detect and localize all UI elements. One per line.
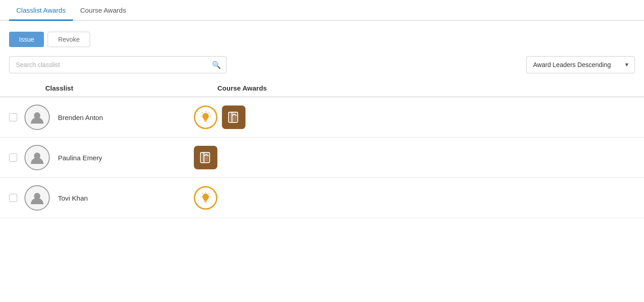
course-awards-column-header: Course Awards bbox=[217, 84, 267, 92]
svg-rect-11 bbox=[202, 153, 208, 162]
sort-wrapper: Award Leaders Descending Award Leaders A… bbox=[526, 56, 635, 73]
awards-col bbox=[194, 105, 245, 129]
avatar bbox=[24, 145, 50, 170]
svg-rect-3 bbox=[205, 121, 207, 122]
issue-button[interactable]: Issue bbox=[9, 32, 44, 47]
row-checkbox[interactable] bbox=[9, 194, 17, 202]
table-row: Paulina Emery bbox=[0, 138, 644, 178]
awards-col bbox=[194, 146, 217, 169]
lightbulb-award-icon bbox=[194, 186, 217, 210]
student-name: Brenden Anton bbox=[58, 114, 194, 121]
svg-line-5 bbox=[202, 113, 202, 113]
svg-line-18 bbox=[209, 193, 209, 194]
row-checkbox[interactable] bbox=[9, 113, 17, 121]
search-icon: 🔍 bbox=[212, 61, 221, 69]
avatar bbox=[24, 105, 50, 130]
svg-rect-15 bbox=[205, 202, 207, 202]
student-list: Brenden Anton Paulina Emery bbox=[0, 97, 644, 218]
classlist-column-header: Classlist bbox=[9, 84, 217, 92]
tab-classlist-awards[interactable]: Classlist Awards bbox=[9, 0, 73, 21]
table-row: Brenden Anton bbox=[0, 97, 644, 138]
sort-select[interactable]: Award Leaders Descending Award Leaders A… bbox=[526, 56, 635, 73]
student-name: Tovi Khan bbox=[58, 194, 194, 202]
search-wrapper: 🔍 bbox=[9, 56, 226, 73]
student-name: Paulina Emery bbox=[58, 154, 194, 162]
tabs-bar: Classlist Awards Course Awards bbox=[0, 0, 644, 21]
svg-line-6 bbox=[209, 113, 209, 113]
lightbulb-award-icon bbox=[194, 105, 217, 129]
search-input[interactable] bbox=[9, 56, 226, 73]
svg-rect-9 bbox=[230, 112, 236, 121]
svg-rect-14 bbox=[204, 201, 207, 201]
toolbar: Issue Revoke bbox=[0, 32, 644, 47]
book-award-icon bbox=[194, 146, 217, 169]
awards-col bbox=[194, 186, 217, 210]
table-header: Classlist Course Awards bbox=[0, 84, 644, 97]
search-sort-row: 🔍 Award Leaders Descending Award Leaders… bbox=[0, 56, 644, 73]
svg-rect-2 bbox=[204, 120, 207, 121]
book-award-icon bbox=[222, 105, 245, 129]
revoke-button[interactable]: Revoke bbox=[48, 32, 90, 47]
tab-course-awards[interactable]: Course Awards bbox=[73, 0, 133, 21]
svg-line-17 bbox=[202, 193, 202, 194]
avatar bbox=[24, 185, 50, 211]
table-row: Tovi Khan bbox=[0, 178, 644, 218]
row-checkbox[interactable] bbox=[9, 153, 17, 162]
